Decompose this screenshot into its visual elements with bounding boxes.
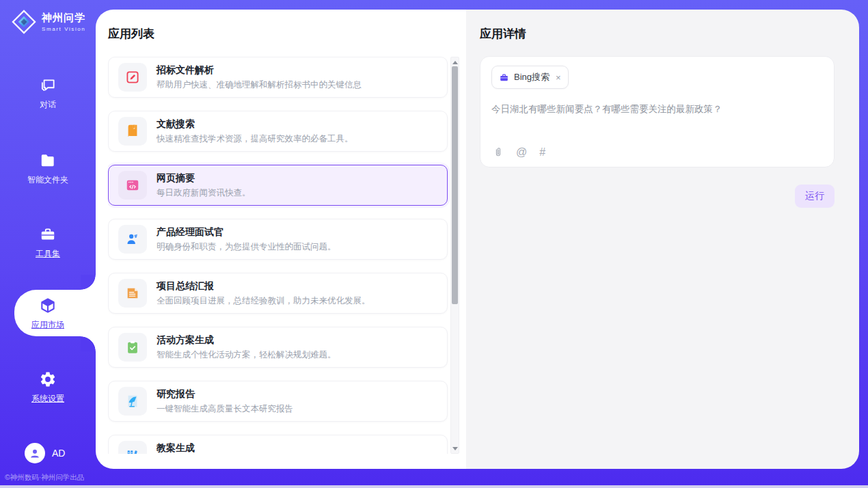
app-card-name: 招标文件解析 — [157, 64, 362, 77]
app-card-name: 活动方案生成 — [157, 334, 336, 347]
app-card-name: 项目总结汇报 — [157, 280, 370, 293]
sidebar-item-label: 系统设置 — [0, 393, 96, 405]
app-card-name: 网页摘要 — [157, 172, 251, 185]
app-list-panel: 应用列表 招标文件解析 帮助用户快速、准确地理解和解析招标书中的关键信息 — [96, 10, 466, 469]
avatar — [25, 443, 45, 463]
sidebar-item-settings[interactable]: 系统设置 — [0, 370, 96, 405]
clipboard-check-icon — [125, 340, 140, 355]
app-card-description: 明确身份和职责，为您提供专业性的面试问题。 — [157, 241, 336, 253]
tool-tag-label: Bing搜索 — [514, 71, 550, 83]
sidebar-item-label: 应用市场 — [0, 319, 96, 331]
chat-icon — [39, 77, 57, 94]
sidebar: 神州问学 Smart Vision 对话 智能文件夹 工具集 — [0, 0, 96, 488]
app-card-description: 帮助用户快速、准确地理解和解析招标书中的关键信息 — [157, 79, 362, 91]
app-card-lesson-plan[interactable]: 教案生成 模板驱动，教案秒成，教学准备从此轻松快捷 — [108, 435, 448, 454]
app-card-bid-analysis[interactable]: 招标文件解析 帮助用户快速、准确地理解和解析招标书中的关键信息 — [108, 57, 448, 98]
app-card-literature-search[interactable]: 文献搜索 快速精准查找学术资源，提高研究效率的必备工具。 — [108, 111, 448, 152]
interviewer-icon — [125, 232, 140, 247]
copyright-footer: ©神州数码·神州问学出品 — [5, 473, 96, 483]
app-card-project-summary[interactable]: 项目总结汇报 全面回顾项目进展，总结经验教训，助力未来优化发展。 — [108, 273, 448, 314]
user-account[interactable]: AD — [25, 443, 65, 463]
brand: 神州问学 Smart Vision — [11, 9, 85, 35]
sidebar-item-smart-folder[interactable]: 智能文件夹 — [0, 152, 96, 186]
run-button[interactable]: 运行 — [795, 185, 835, 208]
app-card-name: 教案生成 — [157, 442, 327, 455]
app-card-name: 研究报告 — [157, 388, 293, 401]
app-card-research-report[interactable]: 研究报告 一键智能生成高质量长文本研究报告 — [108, 381, 448, 422]
sidebar-item-label: 工具集 — [0, 248, 96, 260]
book-icon — [125, 124, 140, 139]
note-icon — [125, 286, 140, 301]
prompt-composer[interactable]: Bing搜索 × 今日湖北有哪些新闻要点？有哪些需要关注的最新政策？ @ # — [480, 56, 835, 167]
briefcase-icon — [499, 72, 509, 83]
app-card-name: 产品经理面试官 — [157, 226, 336, 239]
sidebar-item-chat[interactable]: 对话 — [0, 77, 96, 111]
list-scrollbar[interactable] — [450, 57, 459, 454]
gear-icon — [39, 370, 57, 388]
run-row: 运行 — [795, 185, 835, 208]
content-area: 应用列表 招标文件解析 帮助用户快速、准确地理解和解析招标书中的关键信息 — [96, 10, 859, 469]
sidebar-item-app-market[interactable]: 应用市场 — [0, 297, 96, 331]
user-avatar-icon — [29, 447, 41, 459]
sidebar-item-label: 对话 — [0, 99, 96, 111]
sidebar-item-label: 智能文件夹 — [0, 174, 96, 186]
app-detail-title: 应用详情 — [480, 26, 526, 42]
app-card-web-summary[interactable]: 网页摘要 每日政府新闻资讯快查。 — [108, 165, 448, 206]
scroll-up-button[interactable] — [451, 57, 459, 67]
hash-icon[interactable]: # — [539, 147, 545, 158]
scrollbar-thumb[interactable] — [452, 66, 458, 304]
tool-tag-bing-search[interactable]: Bing搜索 × — [491, 66, 569, 89]
user-label: AD — [52, 448, 65, 459]
sidebar-item-toolset[interactable]: 工具集 — [0, 226, 96, 260]
pen-square-icon — [125, 70, 140, 85]
app-card-description: 一键智能生成高质量长文本研究报告 — [157, 403, 293, 415]
mention-icon[interactable]: @ — [516, 147, 527, 158]
app-card-description: 快速精准查找学术资源，提高研究效率的必备工具。 — [157, 133, 353, 145]
app-window: 神州问学 Smart Vision 对话 智能文件夹 工具集 — [0, 0, 868, 488]
brand-subtitle: Smart Vision — [42, 26, 85, 32]
tool-tag-close-icon[interactable]: × — [556, 73, 561, 82]
app-card-description: 全面回顾项目进展，总结经验教训，助力未来优化发展。 — [157, 295, 370, 307]
brand-name: 神州问学 — [42, 12, 85, 25]
bottom-edge-strip — [0, 485, 868, 488]
attachment-icon[interactable] — [493, 147, 504, 158]
app-card-pm-interviewer[interactable]: 产品经理面试官 明确身份和职责，为您提供专业性的面试问题。 — [108, 219, 448, 260]
app-card-description: 每日政府新闻资讯快查。 — [157, 187, 251, 199]
browser-icon — [125, 178, 140, 193]
diamond-logo-icon — [11, 9, 37, 35]
prompt-text-input[interactable]: 今日湖北有哪些新闻要点？有哪些需要关注的最新政策？ — [491, 103, 823, 116]
app-card-name: 文献搜索 — [157, 118, 353, 131]
app-card-description: 智能生成个性化活动方案，轻松解决规划难题。 — [157, 349, 336, 361]
folder-icon — [39, 152, 57, 170]
scroll-down-button[interactable] — [451, 444, 459, 453]
composer-toolbar: @ # — [493, 147, 545, 158]
app-detail-panel: 应用详情 Bing搜索 × 今日湖北有哪些新闻要点？有哪些需要关注的最新政策？ — [466, 10, 859, 469]
toolbox-icon — [39, 226, 57, 243]
app-list-title: 应用列表 — [108, 26, 154, 42]
books-icon — [125, 448, 140, 454]
cube-icon — [39, 297, 57, 314]
app-list: 招标文件解析 帮助用户快速、准确地理解和解析招标书中的关键信息 — [108, 57, 459, 454]
report-icon — [125, 394, 140, 409]
app-card-activity-plan[interactable]: 活动方案生成 智能生成个性化活动方案，轻松解决规划难题。 — [108, 327, 448, 368]
